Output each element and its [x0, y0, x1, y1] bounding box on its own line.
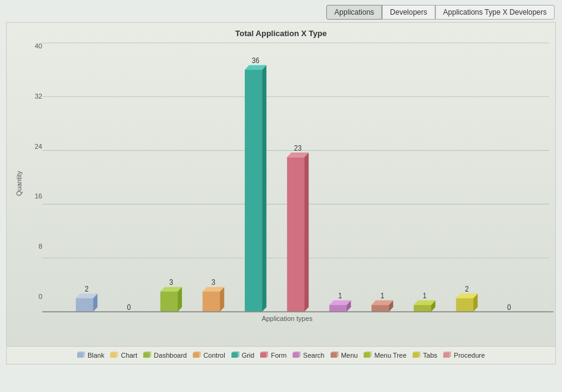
svg-rect-39	[456, 298, 473, 312]
svg-rect-27	[329, 305, 347, 312]
chart-title: Total Application X Type	[13, 29, 549, 38]
legend-item-grid: Grid	[231, 352, 255, 359]
svg-rect-72	[413, 353, 419, 358]
svg-rect-35	[414, 305, 431, 312]
legend-item-dashboard: Dashboard	[143, 352, 187, 359]
svg-marker-24	[304, 153, 309, 312]
svg-text:1: 1	[338, 292, 342, 300]
svg-rect-69	[364, 353, 370, 358]
svg-rect-75	[443, 353, 449, 358]
svg-rect-48	[110, 353, 116, 358]
legend-item-search: Search	[293, 352, 324, 359]
svg-text:2: 2	[84, 285, 88, 293]
chart-wrapper: Total Application X Type Quantity 081624…	[6, 22, 556, 347]
svg-rect-63	[293, 353, 299, 358]
svg-rect-66	[331, 353, 337, 358]
tab-developers[interactable]: Developers	[382, 5, 435, 20]
svg-text:1: 1	[422, 292, 426, 300]
svg-rect-11	[160, 292, 178, 312]
legend-item-form: Form	[260, 352, 287, 359]
legend-item-chart: Chart	[110, 352, 137, 359]
svg-rect-51	[143, 353, 149, 358]
top-tabs-container: ApplicationsDevelopersApplications Type …	[0, 0, 562, 22]
svg-rect-54	[193, 353, 199, 358]
svg-rect-57	[231, 353, 238, 358]
svg-marker-20	[262, 65, 266, 312]
legend-item-tabs: Tabs	[413, 352, 437, 359]
svg-rect-60	[260, 353, 266, 358]
svg-text:2: 2	[465, 285, 468, 293]
svg-rect-23	[287, 157, 304, 312]
legend-item-control: Control	[193, 352, 225, 359]
svg-text:3: 3	[211, 279, 215, 286]
svg-text:1: 1	[380, 292, 384, 300]
tab-applications-type-x-developers[interactable]: Applications Type X Developers	[435, 5, 555, 20]
svg-rect-15	[203, 292, 220, 312]
svg-text:36: 36	[252, 57, 259, 64]
svg-text:0: 0	[507, 303, 511, 311]
legend-item-menu: Menu	[331, 352, 358, 359]
legend-item-menu-tree: Menu Tree	[364, 352, 407, 359]
tab-applications[interactable]: Applications	[326, 5, 382, 20]
svg-text:3: 3	[169, 279, 173, 286]
legend-item-blank: Blank	[77, 352, 105, 359]
svg-text:0: 0	[127, 303, 130, 311]
x-axis-label: Application types	[25, 312, 549, 325]
svg-rect-6	[76, 298, 93, 312]
svg-rect-31	[372, 305, 389, 312]
svg-text:23: 23	[294, 144, 301, 151]
legend-item-procedure: Procedure	[443, 352, 485, 359]
legend: BlankChartDashboardControlGridFormSearch…	[6, 347, 556, 364]
svg-rect-19	[245, 70, 262, 312]
y-axis-label: Quantity	[13, 43, 25, 325]
svg-rect-45	[77, 353, 83, 358]
